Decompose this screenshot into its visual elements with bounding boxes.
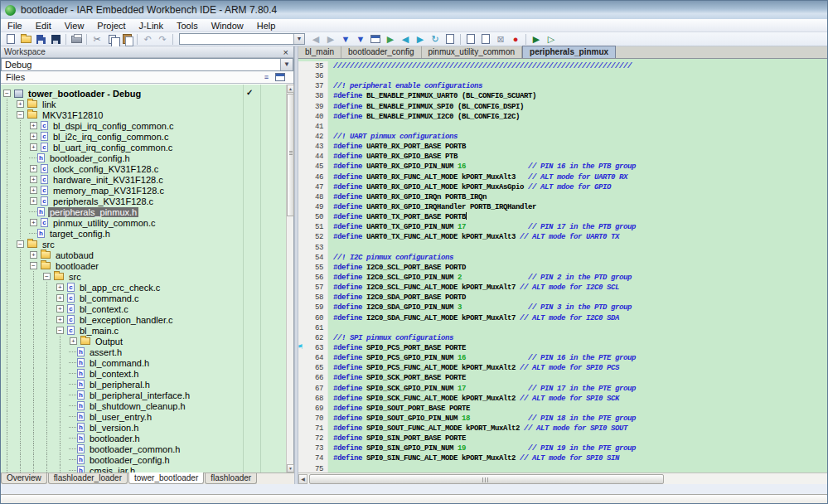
download-and-debug-icon[interactable]: ▶	[529, 32, 544, 46]
search-next-icon[interactable]: ▶	[323, 32, 338, 46]
menu-view[interactable]: View	[58, 20, 91, 32]
tree-item-cmsis-iar-h[interactable]: hcmsis_iar.h	[1, 465, 286, 472]
tree-item-bl-uart-irq-config-common-c[interactable]: +cbl_uart_irq_config_common.c	[1, 142, 286, 153]
code-line-71[interactable]: 71#define SPI0_SOUT_FUNC_ALT_MODE kPORT_…	[298, 424, 827, 434]
code-line-50[interactable]: 50#define UART0_TX_PORT_BASE PORTB	[298, 212, 827, 222]
tree-item-hardware-init-kv31f128-c[interactable]: +chardware_init_KV31F128.c	[1, 174, 286, 185]
breakpoint-margin[interactable]	[298, 453, 305, 463]
tree-item-bl-context-h[interactable]: hbl_context.h	[1, 368, 286, 379]
editor-tab-bootloader_config[interactable]: bootloader_config	[341, 46, 422, 58]
replace-icon[interactable]: ▼	[353, 32, 368, 46]
breakpoint-margin[interactable]	[298, 434, 305, 443]
runtime-checking-icon[interactable]	[478, 32, 493, 46]
redo-icon[interactable]: ↷	[155, 32, 170, 46]
breakpoint-margin[interactable]	[298, 122, 305, 132]
code-line-74[interactable]: 74#define SPI0_SIN_FUNC_ALT_MODE kPORT_M…	[298, 453, 827, 463]
menu-help[interactable]: Help	[250, 20, 283, 32]
paste-icon[interactable]	[119, 32, 134, 46]
editor-tab-peripherals_pinmux[interactable]: peripherals_pinmux	[522, 46, 616, 58]
breakpoint-margin[interactable]	[298, 232, 305, 242]
breakpoint-margin[interactable]	[298, 243, 305, 253]
code-line-46[interactable]: 46#define UART0_RX_FUNC_ALT_MODE kPORT_M…	[298, 172, 827, 182]
scroll-down-icon[interactable]: ▼	[287, 464, 294, 472]
code-line-68[interactable]: 68#define SPI0_SCK_FUNC_ALT_MODE kPORT_M…	[298, 394, 827, 404]
editor-tab-pinmux_utility_common[interactable]: pinmux_utility_common	[422, 46, 523, 58]
tree-item-target-config-h[interactable]: htarget_config.h	[1, 228, 286, 239]
search-previous-icon[interactable]: ◀	[308, 32, 323, 46]
tree-item-bl-app-crc-check-c[interactable]: +cbl_app_crc_check.c	[1, 282, 286, 293]
tree-item-peripherals-kv31f128-c[interactable]: +cperipherals_KV31F128.c	[1, 196, 286, 206]
breakpoint-margin[interactable]	[298, 464, 305, 472]
tree-item-bl-peripheral-h[interactable]: hbl_peripheral.h	[1, 379, 286, 390]
expand-icon[interactable]: +	[17, 100, 24, 108]
tree-item-bl-context-c[interactable]: +cbl_context.c	[1, 303, 286, 314]
breakpoint-margin[interactable]	[298, 443, 305, 453]
menu-j-link[interactable]: J-Link	[133, 20, 170, 32]
chevron-down-icon[interactable]: ▼	[293, 34, 304, 44]
breakpoint-margin[interactable]	[298, 303, 305, 313]
breakpoint-margin[interactable]	[298, 112, 305, 122]
collapse-icon[interactable]: −	[17, 111, 24, 119]
code-line-56[interactable]: 56#define I2C0_SCL_GPIO_PIN_NUM 2 // PIN…	[298, 273, 827, 283]
rebuild-all-icon[interactable]: ↻	[428, 32, 443, 46]
batch-build-icon[interactable]	[443, 32, 458, 46]
breakpoint-margin[interactable]	[298, 142, 305, 152]
expand-icon[interactable]: +	[30, 197, 37, 205]
tree-item-tower-bootloader-debug[interactable]: −tower_bootloader - Debug✓	[1, 88, 286, 99]
code-line-64[interactable]: 64#define SPI0_PCS_GPIO_PIN_NUM 16 // PI…	[298, 353, 827, 363]
code-line-38[interactable]: 38#define BL_ENABLE_PINMUX_UART0 (BL_CON…	[298, 91, 827, 101]
expand-icon[interactable]: +	[30, 133, 37, 140]
expand-icon[interactable]: +	[30, 165, 37, 172]
expand-icon[interactable]: +	[30, 122, 37, 129]
scroll-up-icon[interactable]: ▲	[287, 85, 294, 93]
tree-item-bootloader-h[interactable]: hbootloader.h	[1, 433, 286, 443]
code-line-69[interactable]: 69#define SPI0_SOUT_PORT_BASE PORTE	[298, 404, 827, 414]
code-line-55[interactable]: 55#define I2C0_SCL_PORT_BASE PORTD	[298, 263, 827, 273]
code-line-70[interactable]: 70#define SPI0_SOUT_GPIO_PIN_NUM 18 // P…	[298, 414, 827, 424]
workspace-tab-tower_bootloader[interactable]: tower_bootloader	[128, 472, 204, 484]
tree-item-bl-command-c[interactable]: +cbl_command.c	[1, 293, 286, 303]
menu-project[interactable]: Project	[90, 20, 132, 32]
tree-item-bootloader-common-h[interactable]: hbootloader_common.h	[1, 443, 286, 454]
breakpoint-margin[interactable]	[298, 202, 305, 212]
collapse-icon[interactable]: −	[3, 90, 11, 97]
collapse-icon[interactable]: −	[56, 327, 64, 334]
breakpoint-margin[interactable]	[298, 353, 305, 363]
tree-item-bl-user-entry-h[interactable]: hbl_user_entry.h	[1, 411, 286, 422]
make-icon[interactable]: ▶	[383, 32, 398, 46]
breakpoint-margin[interactable]	[298, 212, 305, 222]
sort-files-icon[interactable]: ≡	[261, 73, 272, 81]
tree-item-src[interactable]: −src	[1, 271, 286, 282]
breakpoint-margin[interactable]	[298, 414, 305, 424]
code-line-44[interactable]: 44#define UART0_RX_GPIO_BASE PTB	[298, 152, 827, 162]
close-icon[interactable]: ×	[282, 48, 290, 56]
expand-icon[interactable]: +	[56, 316, 64, 323]
breakpoint-margin[interactable]	[298, 61, 305, 71]
code-line-66[interactable]: 66#define SPI0_SCK_PORT_BASE PORTE	[298, 373, 827, 383]
breakpoint-margin[interactable]	[298, 394, 305, 404]
code-line-36[interactable]: 36	[298, 71, 827, 81]
expand-icon[interactable]: +	[56, 305, 64, 313]
static-analysis-icon[interactable]	[463, 32, 478, 46]
breakpoint-margin[interactable]	[298, 71, 305, 81]
code-line-40[interactable]: 40#define BL_ENABLE_PINMUX_I2C0 (BL_CONF…	[298, 112, 827, 122]
breakpoint-margin[interactable]	[298, 323, 305, 333]
expand-icon[interactable]: +	[30, 219, 37, 226]
code-line-65[interactable]: 65#define SPI0_PCS_FUNC_ALT_MODE kPORT_M…	[298, 363, 827, 373]
breakpoint-margin[interactable]	[298, 91, 305, 101]
code-line-75[interactable]: 75	[298, 464, 827, 472]
open-file-icon[interactable]	[18, 32, 33, 46]
tree-item-bl-dspi-irq-config-common-c[interactable]: +cbl_dspi_irq_config_common.c	[1, 120, 286, 131]
tree-item-peripherals-pinmux-h[interactable]: hperipherals_pinmux.h	[1, 206, 286, 217]
code-line-54[interactable]: 54//! I2C pinmux configurations	[298, 253, 827, 263]
collapse-icon[interactable]: −	[30, 262, 37, 269]
expand-icon[interactable]: +	[30, 176, 37, 183]
clear-analysis-icon[interactable]: ⊠	[493, 32, 508, 46]
code-line-61[interactable]: 61	[298, 323, 827, 333]
code-line-43[interactable]: 43#define UART0_RX_PORT_BASE PORTB	[298, 142, 827, 152]
save-icon[interactable]	[33, 32, 48, 46]
tree-item-output[interactable]: +Output	[1, 336, 286, 346]
new-document-icon[interactable]	[3, 32, 18, 46]
code-line-41[interactable]: 41	[298, 122, 827, 132]
breakpoint-margin[interactable]	[298, 253, 305, 263]
